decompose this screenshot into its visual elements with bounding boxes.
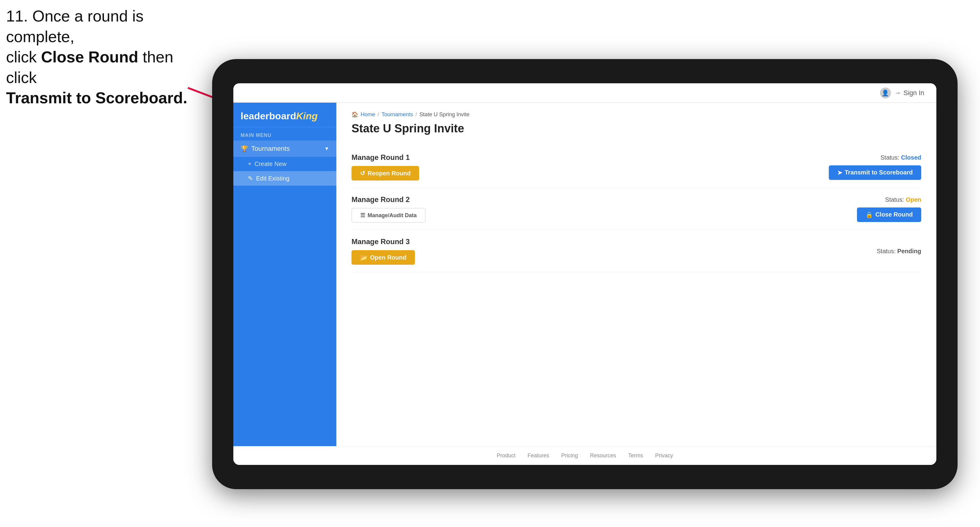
instruction-bold2: Transmit to Scoreboard.: [6, 89, 187, 106]
tablet-shell: 👤 → Sign In leaderboardKing MAIN MENU 🏆: [212, 59, 958, 489]
round-1-left: Manage Round 1 ↺ Reopen Round: [352, 153, 419, 181]
table-icon: ☰: [360, 212, 365, 219]
edit-existing-label: Edit Existing: [256, 175, 290, 182]
footer-product[interactable]: Product: [497, 452, 515, 459]
instruction-line1: 11. Once a round is complete,: [6, 7, 144, 45]
trophy-icon: 🏆: [240, 145, 248, 152]
close-round-button[interactable]: 🔒 Close Round: [857, 208, 921, 222]
logo-king: King: [296, 111, 318, 121]
breadcrumb-current: State U Spring Invite: [419, 111, 469, 118]
logo-leaderboard: leaderboard: [240, 111, 296, 121]
page-title: State U Spring Invite: [352, 122, 921, 135]
sidebar: leaderboardKing MAIN MENU 🏆 Tournaments …: [233, 103, 336, 446]
round-section-3: Manage Round 3 📂 Open Round Status: Pend…: [352, 230, 921, 272]
open-icon: 📂: [360, 254, 368, 261]
round-3-right: Status: Pending: [877, 248, 921, 255]
round-3-status: Status: Pending: [877, 248, 921, 255]
round-3-status-label: Status:: [877, 248, 896, 254]
instruction-text: 11. Once a round is complete, click Clos…: [6, 6, 194, 108]
transmit-icon: ➤: [837, 169, 842, 176]
round-2-status-label: Status:: [885, 196, 904, 203]
tablet-screen: 👤 → Sign In leaderboardKing MAIN MENU 🏆: [233, 83, 936, 465]
logo-area: leaderboardKing: [233, 103, 336, 127]
breadcrumb-tournaments[interactable]: Tournaments: [382, 111, 413, 118]
sidebar-item-create-new[interactable]: + Create New: [233, 157, 336, 171]
footer-privacy[interactable]: Privacy: [655, 452, 673, 459]
logo: leaderboardKing: [240, 111, 329, 121]
round-section-2: Manage Round 2 ☰ Manage/Audit Data Statu…: [352, 188, 921, 230]
footer-resources[interactable]: Resources: [590, 452, 616, 459]
round-1-status-label: Status:: [880, 154, 899, 161]
open-round-label: Open Round: [370, 254, 406, 261]
sidebar-item-tournaments[interactable]: 🏆 Tournaments ▼: [233, 141, 336, 157]
round-section-1: Manage Round 1 ↺ Reopen Round Status: Cl…: [352, 146, 921, 188]
reopen-icon: ↺: [360, 170, 365, 177]
sign-in-arrow-icon: →: [894, 89, 901, 97]
footer-pricing[interactable]: Pricing: [561, 452, 578, 459]
sidebar-item-edit-existing[interactable]: ✎ Edit Existing: [233, 171, 336, 186]
round-1-right: Status: Closed ➤ Transmit to Scoreboard: [829, 154, 921, 180]
round-2-status-value: Open: [906, 196, 921, 203]
avatar: 👤: [880, 87, 891, 98]
breadcrumb-sep2: /: [415, 111, 417, 118]
footer-terms[interactable]: Terms: [628, 452, 643, 459]
sign-in-label: Sign In: [904, 89, 924, 97]
round-1-status-value: Closed: [901, 154, 921, 161]
top-bar-right: 👤 → Sign In: [880, 87, 924, 98]
top-bar: 👤 → Sign In: [233, 83, 936, 103]
transmit-label: Transmit to Scoreboard: [845, 169, 913, 176]
sign-in-button[interactable]: → Sign In: [894, 89, 924, 97]
manage-audit-label: Manage/Audit Data: [368, 212, 417, 219]
transmit-to-scoreboard-button[interactable]: ➤ Transmit to Scoreboard: [829, 165, 921, 180]
instruction-line2: click: [6, 48, 41, 66]
round-2-status: Status: Open: [885, 196, 921, 203]
instruction-bold1: Close Round: [41, 48, 138, 66]
main-content: 🏠 Home / Tournaments / State U Spring In…: [336, 103, 936, 446]
edit-icon: ✎: [248, 175, 253, 182]
round-3-status-value: Pending: [897, 248, 921, 254]
reopen-round-button[interactable]: ↺ Reopen Round: [352, 166, 419, 181]
main-menu-label: MAIN MENU: [233, 127, 336, 141]
breadcrumb-sep1: /: [377, 111, 379, 118]
chevron-down-icon: ▼: [324, 146, 329, 151]
plus-icon: +: [248, 160, 251, 167]
round-1-title: Manage Round 1: [352, 153, 419, 162]
round-3-title: Manage Round 3: [352, 237, 415, 246]
breadcrumb-home[interactable]: Home: [361, 111, 375, 118]
round-2-right: Status: Open 🔒 Close Round: [857, 196, 921, 222]
round-3-left: Manage Round 3 📂 Open Round: [352, 237, 415, 265]
lock-icon: 🔒: [865, 211, 873, 218]
footer: Product Features Pricing Resources Terms…: [233, 446, 936, 465]
reopen-round-label: Reopen Round: [368, 170, 410, 177]
open-round-button[interactable]: 📂 Open Round: [352, 250, 415, 265]
round-2-title: Manage Round 2: [352, 195, 425, 204]
sidebar-tournaments-label: Tournaments: [251, 145, 290, 152]
breadcrumb-home-icon: 🏠: [352, 111, 358, 118]
breadcrumb: 🏠 Home / Tournaments / State U Spring In…: [352, 111, 921, 118]
close-round-label: Close Round: [875, 211, 913, 218]
app-layout: leaderboardKing MAIN MENU 🏆 Tournaments …: [233, 103, 936, 446]
footer-features[interactable]: Features: [528, 452, 549, 459]
round-2-left: Manage Round 2 ☰ Manage/Audit Data: [352, 195, 425, 222]
manage-audit-data-button[interactable]: ☰ Manage/Audit Data: [352, 208, 425, 222]
create-new-label: Create New: [255, 160, 287, 167]
round-1-status: Status: Closed: [880, 154, 921, 161]
